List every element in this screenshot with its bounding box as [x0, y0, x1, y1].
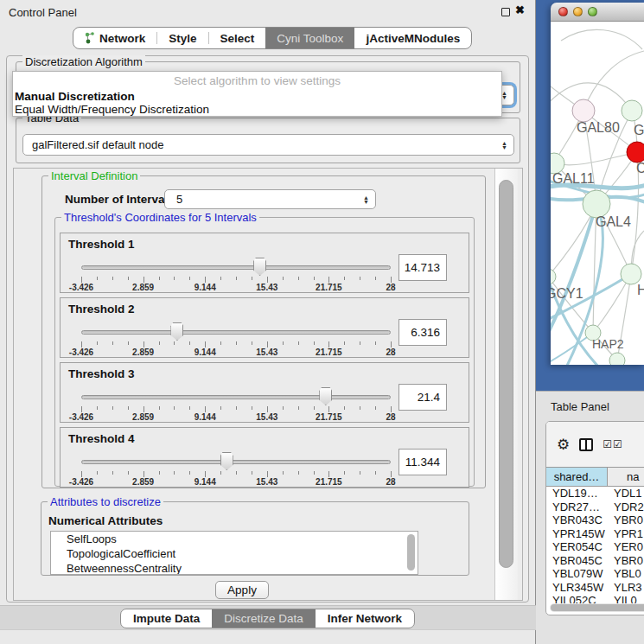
- columns-icon[interactable]: [579, 438, 593, 451]
- table-row[interactable]: YLR345WYLR3: [546, 581, 644, 595]
- network-node-ga[interactable]: [622, 100, 642, 121]
- table-row[interactable]: YBR045CYBR0: [546, 554, 644, 568]
- window-title-bar[interactable]: [551, 3, 644, 22]
- slider-track[interactable]: [81, 395, 391, 399]
- attributes-list[interactable]: SelfLoopsTopologicalCoefficientBetweenne…: [50, 531, 418, 575]
- network-node[interactable]: [609, 353, 625, 365]
- slider-tick: [375, 471, 376, 475]
- attribute-list-item[interactable]: SelfLoops: [51, 532, 418, 546]
- dropdown-item[interactable]: Equal Width/Frequency Discretization: [13, 103, 501, 117]
- slider-tick: [375, 277, 376, 280]
- slider-track[interactable]: [81, 460, 391, 464]
- attributes-legend: Attributes to discretize: [48, 495, 163, 508]
- slider-tick-label: 28: [386, 412, 395, 422]
- slider-tick: [81, 277, 82, 283]
- network-node-gal80[interactable]: [572, 99, 595, 122]
- tab-impute-data[interactable]: Impute Data: [121, 609, 212, 628]
- threshold-label: Threshold 1: [68, 238, 135, 251]
- slider-tick-label: 28: [386, 283, 395, 292]
- tab-label: jActiveMNodules: [366, 32, 460, 45]
- slider-tick: [205, 471, 206, 477]
- minimize-window-icon[interactable]: [573, 7, 583, 16]
- threshold-value-field[interactable]: 11.344: [399, 449, 447, 475]
- slider-tick-label: 21.715: [316, 477, 342, 487]
- settings-scroll-panel: Interval Definition Number of Intervals …: [13, 168, 523, 601]
- slider-tick: [97, 277, 98, 280]
- dropdown-prompt: Select algorithm to view settings: [13, 72, 501, 90]
- network-node-gcy1[interactable]: [551, 269, 556, 284]
- cell-name: YDR2: [608, 501, 644, 514]
- zoom-window-icon[interactable]: [588, 7, 597, 16]
- slider-tick-label: 15.43: [256, 477, 277, 487]
- select-checkboxes-icon[interactable]: ☑☑: [603, 438, 623, 450]
- tab-select[interactable]: Select: [209, 28, 266, 48]
- close-window-icon[interactable]: [558, 7, 568, 16]
- cell-shared-name: YLR345W: [546, 581, 608, 595]
- tab-discretize-data[interactable]: Discretize Data: [212, 609, 316, 628]
- slider-tick: [205, 406, 206, 412]
- table-hscrollbar-thumb[interactable]: [551, 604, 644, 611]
- tab-label: Infer Network: [328, 612, 402, 625]
- close-icon[interactable]: ✖: [515, 3, 525, 16]
- table-row[interactable]: YBR043CYBR0: [546, 513, 644, 527]
- threshold-panel: Threshold 4-3.4262.8599.14415.4321.71528…: [60, 427, 469, 488]
- slider-tick: [360, 471, 360, 475]
- table-row[interactable]: YDL19…YDL1: [546, 487, 644, 501]
- slider-thumb[interactable]: [319, 387, 332, 405]
- slider-tick-label: -3.426: [69, 283, 93, 292]
- slider-thumb[interactable]: [170, 322, 183, 341]
- tab-cyni-toolbox[interactable]: Cyni Toolbox: [265, 28, 354, 48]
- attribute-list-item[interactable]: TopologicalCoefficient: [51, 546, 418, 561]
- cell-name: YBR0: [608, 513, 644, 527]
- slider-tick: [360, 277, 360, 280]
- node-label: H: [637, 283, 644, 297]
- slider-tick: [298, 341, 299, 345]
- node-label: GAL11: [552, 171, 595, 186]
- attribute-list-item[interactable]: BetweennessCentrality: [51, 561, 418, 575]
- threshold-value-field[interactable]: 14.713: [399, 254, 447, 281]
- cell-name: YDL1: [608, 487, 644, 501]
- column-header-shared-name[interactable]: shared…: [546, 468, 608, 486]
- table-row[interactable]: YBL079WYBL0: [546, 567, 644, 581]
- scrollbar-thumb[interactable]: [499, 180, 513, 568]
- tab-label: Cyni Toolbox: [277, 32, 343, 45]
- apply-button[interactable]: Apply: [215, 581, 269, 599]
- scrollbar-track[interactable]: [494, 169, 518, 600]
- slider-thumb[interactable]: [220, 452, 233, 470]
- slider-tick: [298, 471, 299, 475]
- slider-tick: [283, 341, 284, 345]
- threshold-value-field[interactable]: 6.316: [399, 319, 447, 346]
- tab-infer-network[interactable]: Infer Network: [316, 609, 414, 628]
- float-panel-icon[interactable]: [501, 8, 510, 16]
- table-panel: Table Panel ⚙ ☑☑ shared… na YDL19…YDL1YD…: [536, 391, 644, 644]
- tab-network[interactable]: Network: [73, 28, 156, 48]
- list-scrollbar[interactable]: [407, 534, 415, 571]
- slider-tick: [314, 341, 315, 345]
- slider-tick: [375, 341, 376, 345]
- threshold-value-field[interactable]: 21.4: [399, 384, 447, 411]
- table-row[interactable]: YPR145WYPR1: [546, 527, 644, 541]
- slider-thumb[interactable]: [253, 258, 266, 276]
- slider-tick: [360, 341, 360, 345]
- tab-style[interactable]: Style: [157, 28, 207, 48]
- tab-jactivemnodules[interactable]: jActiveMNodules: [354, 28, 471, 48]
- algorithm-legend: Discretization Algorithm: [22, 55, 145, 68]
- slider-tick: [112, 277, 113, 280]
- column-header-name[interactable]: na: [608, 468, 644, 486]
- slider-track[interactable]: [81, 330, 391, 335]
- network-node-h[interactable]: [621, 264, 641, 284]
- table-row[interactable]: YER054CYER0: [546, 540, 644, 554]
- dropdown-item[interactable]: Manual Discretization: [13, 90, 501, 103]
- table-row[interactable]: YDR27…YDR2: [546, 501, 644, 514]
- network-node-c[interactable]: [627, 142, 644, 163]
- gear-icon[interactable]: ⚙: [557, 436, 570, 454]
- table-hscrollbar-track[interactable]: [550, 603, 644, 612]
- threshold-panel: Threshold 2-3.4262.8599.14415.4321.71528…: [60, 297, 469, 358]
- number-of-intervals-combobox[interactable]: 5 ▲▼: [164, 189, 376, 209]
- slider-track[interactable]: [81, 265, 391, 270]
- combobox-stepper-icon: ▲▼: [363, 195, 369, 204]
- slider-tick: [159, 406, 160, 410]
- network-canvas[interactable]: GAL80GACGAL11GAL4GCY1HHAP2: [551, 22, 644, 365]
- table-data-combobox[interactable]: galFiltered.sif default node ▲▼: [22, 134, 514, 156]
- slider-tick: [314, 406, 315, 410]
